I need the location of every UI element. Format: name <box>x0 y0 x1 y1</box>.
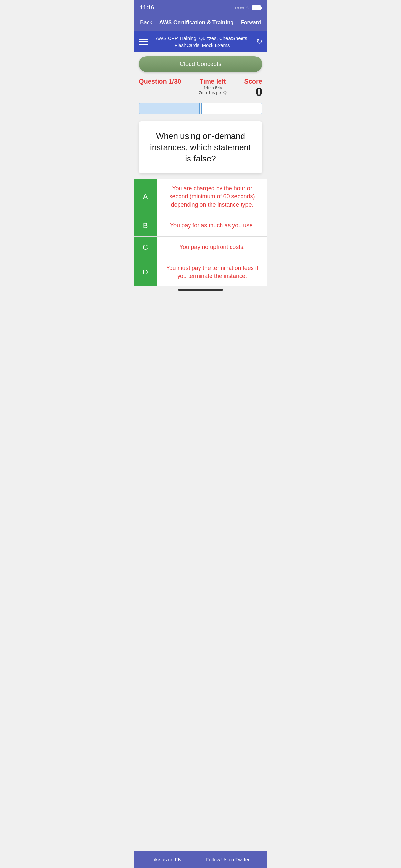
answer-text-d: You must pay the termination fees if you… <box>157 258 267 286</box>
question-text: When using on-demand instances, which st… <box>147 130 254 164</box>
home-indicator-spacer <box>134 286 267 292</box>
answer-letter-b: B <box>134 215 157 237</box>
app-header-title: AWS CPP Training: Quizzes, CheatSheets, … <box>148 35 256 49</box>
progress-bar-1 <box>139 103 200 114</box>
answer-letter-c: C <box>134 237 157 258</box>
answer-letter-a: A <box>134 179 157 215</box>
question-counter: Question 1/30 <box>139 78 181 85</box>
answer-text-b: You pay for as much as you use. <box>157 215 267 237</box>
nav-title: AWS Certification & Training <box>159 20 234 26</box>
home-bar <box>178 289 223 290</box>
battery-icon <box>252 5 261 10</box>
question-section: When using on-demand instances, which st… <box>134 119 267 179</box>
status-icons: ∿ <box>235 5 261 10</box>
time-left-section: Time left 14mn 54s 2mn 15s per Q <box>199 78 227 95</box>
answer-text-a: You are charged by the hour or second (m… <box>157 179 267 215</box>
answer-row-a[interactable]: A You are charged by the hour or second … <box>134 179 267 215</box>
score-section: Score 0 <box>244 78 262 99</box>
time-left-label: Time left <box>199 78 227 85</box>
time-per-q: 2mn 15s per Q <box>199 90 227 95</box>
answer-row-d[interactable]: D You must pay the termination fees if y… <box>134 258 267 286</box>
hamburger-menu-icon[interactable] <box>139 39 148 45</box>
answer-row-c[interactable]: C You pay no upfront costs. <box>134 237 267 258</box>
score-label: Score <box>244 78 262 85</box>
nav-bar: Back AWS Certification & Training Forwar… <box>134 14 267 31</box>
wifi-icon: ∿ <box>246 5 250 10</box>
progress-bar-2 <box>201 103 262 114</box>
answer-text-c: You pay no upfront costs. <box>157 237 267 258</box>
answer-letter-d: D <box>134 258 157 286</box>
quiz-info: Question 1/30 Time left 14mn 54s 2mn 15s… <box>134 74 267 101</box>
status-time: 11:16 <box>140 4 154 11</box>
time-left-value: 14mn 54s <box>199 85 227 90</box>
status-bar: 11:16 ∿ <box>134 0 267 14</box>
question-label: Question 1/30 <box>139 78 181 85</box>
forward-button[interactable]: Forward <box>241 20 261 26</box>
category-section: Cloud Concepts <box>134 52 267 74</box>
app-header: AWS CPP Training: Quizzes, CheatSheets, … <box>134 31 267 52</box>
back-button[interactable]: Back <box>140 20 152 26</box>
category-button[interactable]: Cloud Concepts <box>139 56 262 72</box>
signal-dots-icon <box>235 7 244 9</box>
refresh-icon[interactable]: ↻ <box>256 37 262 46</box>
question-card: When using on-demand instances, which st… <box>139 121 262 174</box>
answer-row-b[interactable]: B You pay for as much as you use. <box>134 215 267 237</box>
score-value: 0 <box>244 85 262 99</box>
answers-section: A You are charged by the hour or second … <box>134 179 267 286</box>
progress-bars <box>134 101 267 119</box>
